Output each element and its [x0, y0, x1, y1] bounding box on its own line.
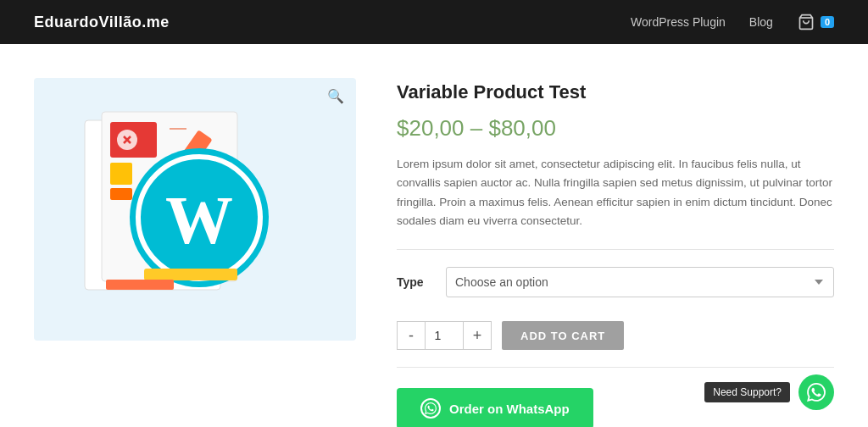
cart-badge: 0: [821, 16, 834, 28]
whatsapp-icon: [420, 398, 441, 419]
nav: WordPress Plugin Blog 0: [631, 13, 834, 31]
support-tooltip: Need Support?: [704, 382, 790, 402]
type-label: Type: [397, 275, 431, 289]
cart-icon[interactable]: 0: [797, 13, 834, 31]
svg-rect-5: [110, 163, 132, 185]
product-title: Variable Product Test: [397, 81, 834, 103]
nav-blog-link[interactable]: Blog: [749, 15, 773, 29]
divider-2: [397, 367, 834, 368]
nav-plugin-link[interactable]: WordPress Plugin: [631, 15, 726, 29]
svg-text:W: W: [165, 183, 233, 258]
site-title: EduardoVillão.me: [34, 14, 170, 31]
variation-row: Type Choose an option: [397, 267, 834, 297]
svg-rect-6: [110, 188, 132, 200]
divider: [397, 249, 834, 250]
product-description: Lorem ipsum dolor sit amet, consectetur …: [397, 155, 834, 230]
type-select[interactable]: Choose an option: [446, 267, 834, 297]
product-illustration: W: [59, 95, 331, 324]
site-header: EduardoVillão.me WordPress Plugin Blog 0: [0, 0, 868, 44]
svg-rect-14: [144, 269, 237, 280]
whatsapp-button[interactable]: Order on WhatsApp: [397, 388, 593, 427]
add-to-cart-button[interactable]: ADD TO CART: [502, 321, 624, 350]
qty-input[interactable]: [426, 321, 463, 350]
page-content: 🔍 W: [0, 44, 868, 427]
svg-rect-15: [106, 280, 174, 290]
qty-minus-button[interactable]: -: [397, 321, 426, 350]
product-image-wrap: 🔍 W: [34, 78, 356, 341]
support-area: Need Support?: [704, 374, 834, 410]
qty-row: - + ADD TO CART: [397, 321, 834, 350]
whatsapp-label: Order on WhatsApp: [449, 402, 570, 416]
support-fab-button[interactable]: [798, 374, 834, 410]
product-price: $20,00 – $80,00: [397, 115, 834, 141]
cart-bag-icon: [797, 13, 815, 31]
magnify-icon[interactable]: 🔍: [327, 88, 344, 104]
qty-plus-button[interactable]: +: [463, 321, 492, 350]
